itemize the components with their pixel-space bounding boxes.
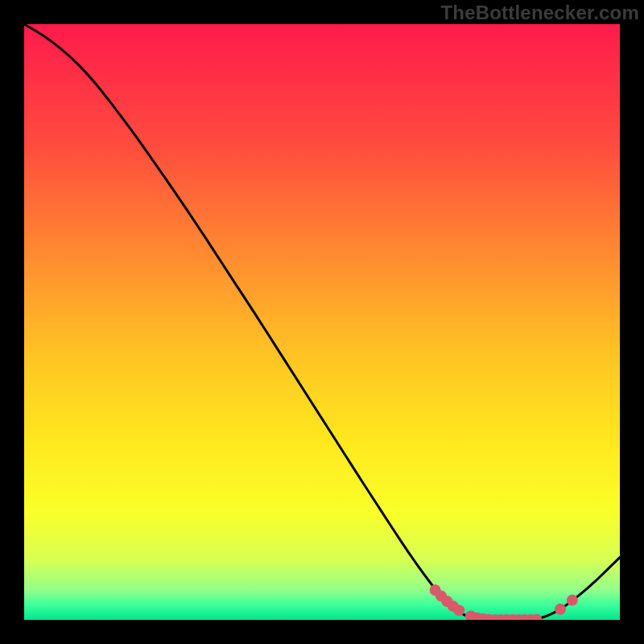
chart-plot xyxy=(24,24,620,620)
chart-frame: TheBottlenecker.com xyxy=(0,0,644,644)
chart-background xyxy=(24,24,620,620)
chart-marker xyxy=(567,595,578,606)
chart-marker xyxy=(453,605,464,616)
chart-marker xyxy=(555,604,566,615)
chart-svg xyxy=(24,24,620,620)
watermark-text: TheBottlenecker.com xyxy=(440,2,639,24)
